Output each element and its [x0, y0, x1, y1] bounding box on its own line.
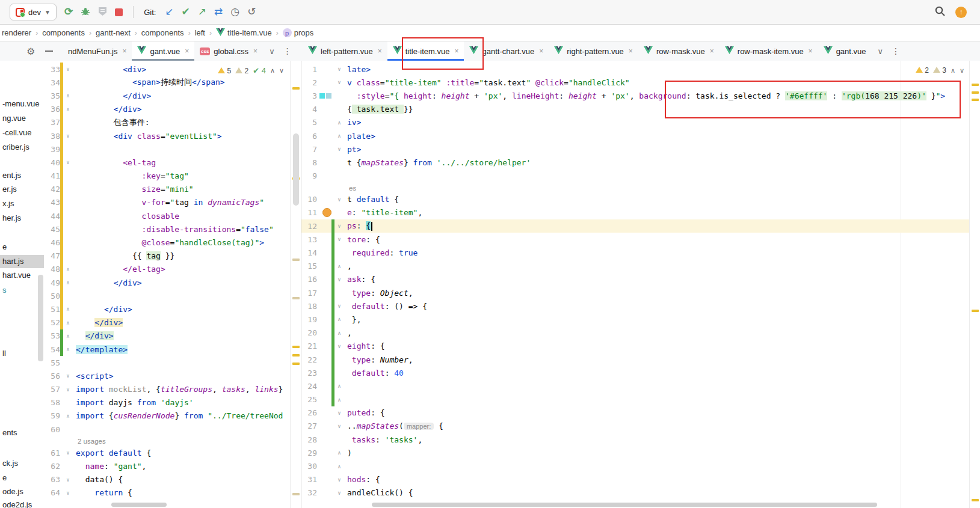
stripe-mark[interactable]: [292, 363, 300, 365]
fold-marker-icon[interactable]: ∧: [334, 383, 344, 389]
fold-marker-icon[interactable]: ∧: [63, 320, 73, 326]
stripe-mark[interactable]: [292, 354, 300, 357]
fold-marker-icon[interactable]: ∨: [63, 159, 73, 165]
stripe-mark[interactable]: [292, 259, 300, 261]
tab-row-mask-item.vue[interactable]: row-mask-item.vue×: [720, 41, 818, 61]
prev-issue-icon[interactable]: ∧: [951, 67, 955, 75]
sidebar-item-ents[interactable]: ents: [0, 426, 45, 439]
close-icon[interactable]: ×: [809, 47, 813, 55]
tab-ndMenuFun.js[interactable]: ndMenuFun.js×: [63, 41, 132, 61]
fold-marker-icon[interactable]: ∧: [63, 266, 73, 272]
fold-marker-icon[interactable]: ∨: [63, 133, 73, 139]
breadcrumb-item-components[interactable]: components: [42, 28, 85, 37]
editor-left-gant-vue[interactable]: 33∨ <div>34 <span>持续时间</span>35∧ </div>3…: [44, 61, 301, 508]
tab-global.css[interactable]: cssglobal.css×: [194, 41, 263, 61]
fold-marker-icon[interactable]: ∨: [334, 236, 344, 242]
breadcrumb-item-props[interactable]: pprops: [283, 28, 314, 37]
git-compare-icon[interactable]: ⇄: [214, 7, 223, 17]
breadcrumb-item-left[interactable]: left: [195, 28, 205, 37]
vertical-scrollbar[interactable]: [293, 133, 299, 206]
sidebar-item--cell.vue[interactable]: -cell.vue: [0, 126, 45, 139]
stop-icon[interactable]: [115, 8, 123, 16]
stripe-mark[interactable]: [972, 91, 979, 94]
stripe-mark[interactable]: [292, 297, 300, 299]
close-icon[interactable]: ×: [629, 47, 633, 55]
fold-marker-icon[interactable]: ∨: [334, 423, 344, 429]
fold-marker-icon[interactable]: ∨: [63, 373, 73, 379]
chevron-down-icon[interactable]: ∨: [878, 47, 884, 56]
tab-left-pattern.vue[interactable]: left-pattern.vue×: [303, 41, 387, 61]
color-swatch[interactable]: [319, 93, 325, 99]
stripe-mark[interactable]: [292, 346, 300, 348]
debug-icon[interactable]: [81, 7, 90, 18]
fold-marker-icon[interactable]: ∨: [63, 387, 73, 393]
fold-marker-icon[interactable]: ∧: [334, 397, 344, 403]
fold-marker-icon[interactable]: ∨: [334, 66, 344, 72]
fold-marker-icon[interactable]: ∧: [63, 333, 73, 339]
editor-right-title-item-vue[interactable]: 1∨late>2∨v class="title-item" :title="ta…: [301, 61, 980, 508]
sidebar-item--menu.vue[interactable]: -menu.vue: [0, 97, 45, 111]
fold-marker-icon[interactable]: ∨: [334, 477, 344, 483]
git-update-project-icon[interactable]: ↙: [165, 7, 173, 17]
sidebar-item-x.js[interactable]: x.js: [0, 197, 45, 210]
gear-icon[interactable]: ⚙: [26, 46, 35, 57]
fold-marker-icon[interactable]: ∧: [63, 106, 73, 112]
fold-marker-icon[interactable]: ∨: [334, 146, 344, 152]
fold-marker-icon[interactable]: ∧: [334, 120, 344, 126]
hide-icon[interactable]: [45, 50, 53, 52]
sidebar-item-ng.vue[interactable]: ng.vue: [0, 112, 45, 125]
fold-marker-icon[interactable]: ∨: [63, 66, 73, 72]
right-inspections-widget[interactable]: 2 3 ∧ ∨: [913, 66, 967, 75]
run-configuration-selector[interactable]: dev ▼: [10, 4, 57, 20]
next-issue-icon[interactable]: ∨: [960, 67, 964, 75]
tab-gant.vue[interactable]: gant.vue×: [132, 41, 194, 61]
tab-row-mask.vue[interactable]: row-mask.vue×: [638, 41, 720, 61]
search-icon[interactable]: [934, 5, 946, 19]
chevron-down-icon[interactable]: ∨: [269, 47, 275, 56]
sidebar-item-hart.js[interactable]: hart.js: [0, 255, 45, 268]
prev-issue-icon[interactable]: ∧: [270, 67, 275, 75]
stripe-mark[interactable]: [972, 99, 979, 101]
close-icon[interactable]: ×: [122, 47, 126, 55]
fold-marker-icon[interactable]: ∨: [334, 303, 344, 309]
fold-marker-icon[interactable]: ∧: [63, 413, 73, 419]
update-available-icon[interactable]: ↑: [955, 7, 967, 18]
fold-marker-icon[interactable]: ∨: [63, 477, 73, 483]
stripe-mark[interactable]: [292, 87, 300, 90]
sidebar-item-er.js[interactable]: er.js: [0, 183, 45, 196]
stripe-mark[interactable]: [972, 84, 979, 86]
close-icon[interactable]: ×: [378, 47, 382, 55]
fold-marker-icon[interactable]: ∧: [334, 133, 344, 139]
kebab-icon[interactable]: ⋮: [892, 46, 900, 56]
fold-marker-icon[interactable]: ∧: [334, 316, 344, 322]
breadcrumb-item-components[interactable]: components: [141, 28, 184, 37]
rollback-icon[interactable]: ↺: [247, 7, 256, 17]
close-icon[interactable]: ×: [185, 47, 189, 55]
sidebar-item-ode2d.js[interactable]: ode2d.js: [0, 498, 45, 508]
fold-marker-icon[interactable]: ∧: [334, 330, 344, 336]
tab-title-item.vue[interactable]: title-item.vue×: [387, 41, 464, 61]
tab-right-pattern.vue[interactable]: right-pattern.vue×: [549, 41, 638, 61]
color-swatch[interactable]: [326, 93, 331, 99]
rerun-icon[interactable]: ⟳: [64, 7, 73, 17]
kebab-icon[interactable]: ⋮: [283, 46, 292, 56]
fold-marker-icon[interactable]: ∨: [334, 79, 344, 85]
sidebar-item-her.js[interactable]: her.js: [0, 212, 45, 225]
fold-marker-icon[interactable]: ∨: [334, 343, 344, 349]
fold-marker-icon[interactable]: ∧: [334, 450, 344, 456]
left-error-stripe[interactable]: [290, 61, 301, 508]
fold-marker-icon[interactable]: ∨: [334, 223, 344, 229]
breadcrumb-item-title-item.vue[interactable]: title-item.vue: [216, 28, 272, 38]
fold-marker-icon[interactable]: ∧: [334, 464, 344, 470]
fold-marker-icon[interactable]: ∧: [63, 93, 73, 99]
right-error-stripe[interactable]: [969, 61, 980, 508]
fold-marker-icon[interactable]: ∧: [334, 263, 344, 269]
intention-bulb-icon[interactable]: [322, 208, 331, 217]
git-push-icon[interactable]: ↗: [198, 7, 206, 17]
coverage-icon[interactable]: [98, 7, 107, 18]
close-icon[interactable]: ×: [454, 47, 458, 55]
fold-marker-icon[interactable]: ∨: [63, 490, 73, 496]
sidebar-item-ck.js[interactable]: ck.js: [0, 457, 45, 470]
close-icon[interactable]: ×: [253, 47, 257, 55]
fold-marker-icon[interactable]: ∨: [334, 277, 344, 283]
